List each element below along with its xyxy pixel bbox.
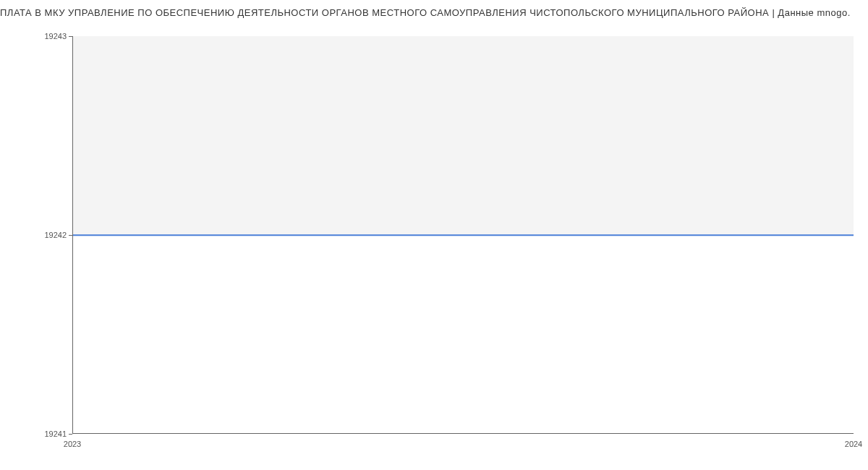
grid-band bbox=[72, 36, 854, 235]
y-axis-line bbox=[72, 36, 73, 434]
y-tick-mark bbox=[69, 235, 72, 236]
y-tick-mark bbox=[69, 434, 72, 435]
x-tick-label: 2024 bbox=[845, 440, 862, 448]
plot-area bbox=[72, 36, 854, 434]
chart-title: ПЛАТА В МКУ УПРАВЛЕНИЕ ПО ОБЕСПЕЧЕНИЮ ДЕ… bbox=[0, 7, 851, 18]
chart-container: 19241 19242 19243 2023 2024 bbox=[72, 36, 854, 434]
x-axis-line bbox=[72, 433, 854, 434]
y-tick-label: 19242 bbox=[44, 231, 67, 239]
data-line bbox=[72, 234, 854, 236]
x-tick-label: 2023 bbox=[64, 440, 81, 448]
y-tick-label: 19243 bbox=[44, 32, 67, 40]
y-tick-mark bbox=[69, 36, 72, 37]
y-tick-label: 19241 bbox=[44, 430, 67, 438]
